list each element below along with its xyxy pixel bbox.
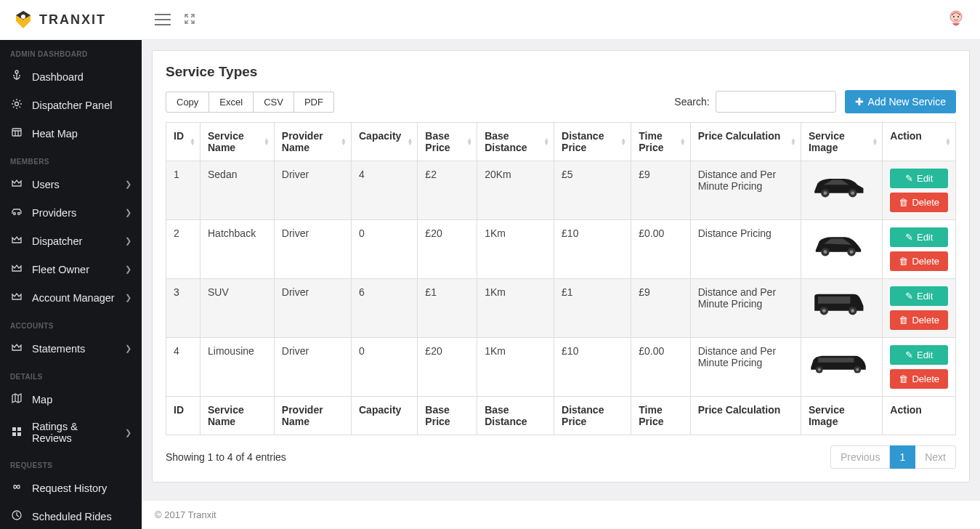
chevron-right-icon: ❯ — [125, 264, 131, 274]
sort-icon: ▲▼ — [945, 138, 951, 145]
column-header[interactable]: ID▲▼ — [166, 123, 201, 161]
crown-icon — [10, 342, 23, 355]
action-cell: ✎Edit🗑Delete — [883, 220, 956, 279]
trash-icon: 🗑 — [899, 256, 908, 267]
sidebar-section-heading: ACCOUNTS — [0, 312, 142, 334]
sidebar-item-dispatcher-panel[interactable]: Dispatcher Panel — [0, 91, 142, 119]
csv-export-button[interactable]: CSV — [254, 92, 294, 113]
sidebar-item-account-manager[interactable]: Account Manager❯ — [0, 283, 142, 312]
trash-icon: 🗑 — [899, 373, 908, 384]
sidebar-item-dashboard[interactable]: Dashboard — [0, 62, 142, 91]
table-row: 3SUVDriver6£11Km£1£9Distance and Per Min… — [166, 279, 956, 338]
crown-icon — [10, 262, 23, 276]
excel-export-button[interactable]: Excel — [209, 92, 254, 113]
sidebar-item-users[interactable]: Users❯ — [0, 170, 142, 198]
column-header[interactable]: Price Calculation▲▼ — [690, 123, 801, 161]
pagination-next[interactable]: Next — [915, 445, 956, 469]
sort-icon: ▲▼ — [790, 138, 796, 145]
add-button-label: Add New Service — [868, 96, 946, 108]
table-cell: 2 — [166, 220, 201, 279]
sidebar-item-statements[interactable]: Statements❯ — [0, 334, 142, 363]
edit-button[interactable]: ✎Edit — [890, 227, 948, 247]
sidebar-item-heat-map[interactable]: Heat Map — [0, 119, 142, 148]
table-cell: 1Km — [477, 338, 554, 397]
column-header[interactable]: Distance Price▲▼ — [554, 123, 631, 161]
fullscreen-button[interactable] — [184, 13, 195, 27]
edit-button[interactable]: ✎Edit — [890, 286, 948, 306]
column-footer: Service Image — [801, 397, 882, 435]
crown-icon — [10, 291, 23, 304]
edit-button[interactable]: ✎Edit — [890, 169, 948, 188]
pdf-export-button[interactable]: PDF — [294, 92, 334, 113]
sidebar-item-providers[interactable]: Providers❯ — [0, 198, 142, 227]
column-footer: Price Calculation — [690, 397, 801, 435]
column-header[interactable]: Action▲▼ — [883, 123, 956, 161]
service-types-card: Service Types CopyExcelCSVPDF Search: ✚ … — [152, 50, 970, 482]
sort-icon: ▲▼ — [264, 138, 270, 145]
svg-point-8 — [18, 213, 20, 215]
table-cell: £20 — [418, 338, 477, 397]
menu-toggle-button[interactable] — [155, 14, 171, 25]
user-avatar[interactable] — [948, 10, 964, 29]
sidebar-item-label: Users — [32, 179, 116, 190]
svg-point-21 — [851, 191, 854, 195]
sidebar-item-label: Map — [32, 394, 131, 405]
column-header[interactable]: Service Name▲▼ — [201, 123, 275, 161]
edit-button[interactable]: ✎Edit — [890, 345, 948, 365]
table-cell: 3 — [166, 279, 201, 338]
sidebar-item-request-history[interactable]: Request History — [0, 474, 142, 502]
delete-button[interactable]: 🗑Delete — [890, 193, 948, 212]
svg-rect-30 — [818, 296, 850, 304]
sidebar-item-label: Dispatcher — [32, 235, 116, 247]
copy-export-button[interactable]: Copy — [166, 92, 209, 113]
column-header[interactable]: Base Distance▲▼ — [477, 123, 554, 161]
sidebar-item-ratings-reviews[interactable]: Ratings & Reviews❯ — [0, 413, 142, 451]
map2-icon — [10, 392, 23, 406]
svg-rect-9 — [12, 427, 16, 431]
svg-rect-11 — [12, 432, 16, 436]
entries-info: Showing 1 to 4 of 4 entries — [166, 451, 286, 463]
trash-icon: 🗑 — [899, 197, 908, 208]
service-image-cell — [801, 279, 882, 338]
table-cell: SUV — [201, 279, 275, 338]
column-header[interactable]: Capacity▲▼ — [352, 123, 418, 161]
sort-icon: ▲▼ — [680, 138, 686, 145]
table-cell: Driver — [274, 161, 351, 220]
pagination-page[interactable]: 1 — [890, 445, 915, 469]
column-header[interactable]: Time Price▲▼ — [631, 123, 690, 161]
sidebar-item-label: Account Manager — [32, 292, 116, 304]
infinity-icon — [10, 481, 23, 495]
chevron-right-icon: ❯ — [125, 428, 131, 437]
column-header[interactable]: Provider Name▲▼ — [274, 123, 351, 161]
sort-icon: ▲▼ — [543, 138, 549, 145]
svg-point-7 — [14, 213, 16, 215]
delete-button[interactable]: 🗑Delete — [890, 369, 948, 389]
svg-point-23 — [823, 250, 827, 254]
column-header[interactable]: Base Price▲▼ — [418, 123, 477, 161]
column-header[interactable]: Service Image▲▼ — [801, 123, 882, 161]
table-cell: 4 — [166, 338, 201, 397]
sidebar-item-fleet-owner[interactable]: Fleet Owner❯ — [0, 255, 142, 283]
sidebar-item-label: Dashboard — [32, 71, 131, 83]
column-footer: Capacity — [352, 397, 418, 435]
plus-icon: ✚ — [855, 96, 864, 108]
delete-button[interactable]: 🗑Delete — [890, 251, 948, 271]
chevron-right-icon: ❯ — [125, 236, 131, 246]
sidebar-item-map[interactable]: Map — [0, 385, 142, 413]
service-image-cell — [801, 338, 882, 397]
svg-point-27 — [822, 309, 826, 312]
sidebar-item-dispatcher[interactable]: Dispatcher❯ — [0, 227, 142, 255]
crown-icon — [10, 234, 23, 248]
action-cell: ✎Edit🗑Delete — [883, 161, 956, 220]
pagination-previous[interactable]: Previous — [830, 445, 890, 469]
search-input[interactable] — [716, 91, 836, 113]
chevron-right-icon: ❯ — [125, 344, 131, 353]
logo-icon — [13, 9, 33, 30]
svg-rect-10 — [17, 427, 21, 431]
delete-button[interactable]: 🗑Delete — [890, 310, 948, 330]
map-icon — [10, 126, 23, 140]
add-new-service-button[interactable]: ✚ Add New Service — [845, 90, 956, 113]
svg-point-25 — [850, 250, 854, 254]
column-footer: Base Distance — [477, 397, 554, 435]
sidebar-item-scheduled-rides[interactable]: Scheduled Rides — [0, 502, 142, 529]
